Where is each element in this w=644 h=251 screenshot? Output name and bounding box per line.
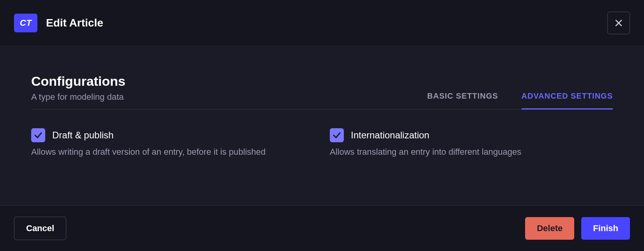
check-icon xyxy=(332,131,341,140)
cancel-button[interactable]: Cancel xyxy=(14,217,66,240)
check-icon xyxy=(34,131,43,140)
modal-header: CT Edit Article xyxy=(0,0,644,46)
close-button[interactable] xyxy=(607,12,630,34)
config-heading: Configurations A type for modeling data xyxy=(31,74,126,109)
footer-right: Delete Finish xyxy=(525,217,630,240)
config-title: Configurations xyxy=(31,74,126,89)
option-internationalization: Internationalization Allows translating … xyxy=(330,128,613,157)
content-type-badge: CT xyxy=(14,14,37,32)
edit-article-modal: CT Edit Article Configurations A type fo… xyxy=(0,0,644,251)
config-header-row: Configurations A type for modeling data … xyxy=(31,74,613,110)
close-icon xyxy=(614,18,623,28)
finish-button[interactable]: Finish xyxy=(581,217,630,240)
tab-basic-settings[interactable]: BASIC SETTINGS xyxy=(427,85,498,110)
option-desc-i18n: Allows translating an entry into differe… xyxy=(330,147,613,157)
config-subtitle: A type for modeling data xyxy=(31,92,126,102)
option-row: Internationalization xyxy=(330,128,613,142)
option-desc-draft: Allows writing a draft version of an ent… xyxy=(31,147,314,157)
modal-footer: Cancel Delete Finish xyxy=(0,205,644,251)
tab-advanced-settings[interactable]: ADVANCED SETTINGS xyxy=(522,85,613,110)
tabs: BASIC SETTINGS ADVANCED SETTINGS xyxy=(427,85,613,109)
options-grid: Draft & publish Allows writing a draft v… xyxy=(31,128,613,157)
modal-body: Configurations A type for modeling data … xyxy=(0,46,644,205)
delete-button[interactable]: Delete xyxy=(525,217,574,240)
option-row: Draft & publish xyxy=(31,128,314,142)
option-draft-publish: Draft & publish Allows writing a draft v… xyxy=(31,128,314,157)
option-label-i18n: Internationalization xyxy=(351,130,429,141)
checkbox-draft-publish[interactable] xyxy=(31,128,45,142)
checkbox-internationalization[interactable] xyxy=(330,128,344,142)
header-left: CT Edit Article xyxy=(14,14,103,32)
modal-title: Edit Article xyxy=(46,17,103,29)
option-label-draft: Draft & publish xyxy=(52,130,113,141)
